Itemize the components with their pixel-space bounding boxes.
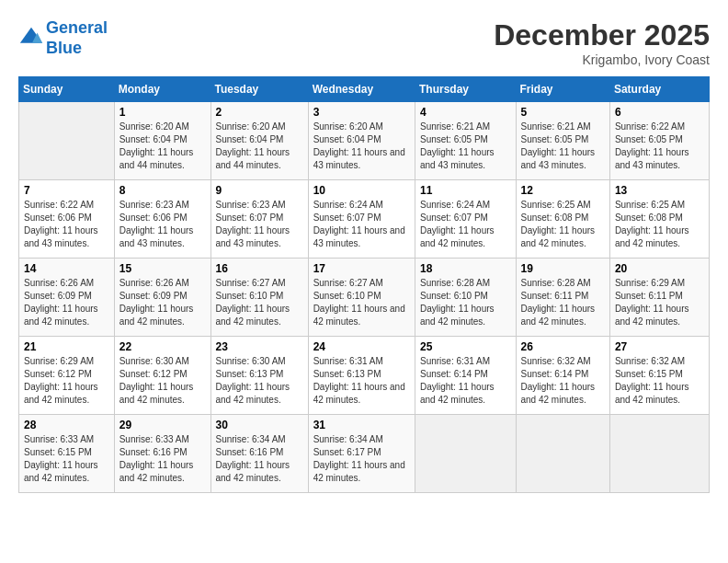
day-number: 17 [313, 262, 410, 275]
calendar-cell [19, 102, 115, 180]
calendar-cell: 31Sunrise: 6:34 AM Sunset: 6:17 PM Dayli… [308, 415, 415, 493]
title-block: December 2025 Krigambo, Ivory Coast [494, 18, 710, 67]
day-info: Sunrise: 6:25 AM Sunset: 6:08 PM Dayligh… [615, 199, 704, 250]
day-number: 2 [216, 106, 303, 119]
calendar-cell: 2Sunrise: 6:20 AM Sunset: 6:04 PM Daylig… [210, 102, 308, 180]
calendar-cell: 14Sunrise: 6:26 AM Sunset: 6:09 PM Dayli… [19, 259, 115, 337]
calendar-cell: 3Sunrise: 6:20 AM Sunset: 6:04 PM Daylig… [308, 102, 415, 180]
day-number: 8 [119, 184, 206, 197]
day-number: 16 [216, 262, 303, 275]
calendar-cell: 27Sunrise: 6:32 AM Sunset: 6:15 PM Dayli… [609, 337, 709, 415]
day-number: 31 [313, 419, 410, 431]
day-info: Sunrise: 6:32 AM Sunset: 6:14 PM Dayligh… [521, 355, 605, 407]
calendar-cell: 21Sunrise: 6:29 AM Sunset: 6:12 PM Dayli… [19, 337, 115, 415]
day-info: Sunrise: 6:22 AM Sunset: 6:06 PM Dayligh… [24, 199, 109, 250]
day-number: 19 [521, 262, 605, 275]
calendar-cell: 5Sunrise: 6:21 AM Sunset: 6:05 PM Daylig… [516, 102, 609, 180]
day-number: 3 [313, 106, 410, 119]
calendar-cell: 25Sunrise: 6:31 AM Sunset: 6:14 PM Dayli… [415, 337, 516, 415]
day-number: 28 [24, 419, 109, 431]
day-number: 18 [420, 262, 511, 275]
calendar-cell: 13Sunrise: 6:25 AM Sunset: 6:08 PM Dayli… [609, 180, 709, 259]
day-info: Sunrise: 6:27 AM Sunset: 6:10 PM Dayligh… [216, 277, 303, 328]
page-header: General Blue December 2025 Krigambo, Ivo… [18, 18, 710, 67]
calendar-cell: 16Sunrise: 6:27 AM Sunset: 6:10 PM Dayli… [210, 259, 308, 337]
calendar-header-row: SundayMondayTuesdayWednesdayThursdayFrid… [19, 77, 710, 102]
day-number: 21 [24, 340, 109, 353]
day-number: 15 [119, 262, 206, 275]
calendar-week-4: 21Sunrise: 6:29 AM Sunset: 6:12 PM Dayli… [19, 337, 710, 415]
day-info: Sunrise: 6:33 AM Sunset: 6:15 PM Dayligh… [24, 433, 109, 485]
column-header-wednesday: Wednesday [308, 77, 415, 102]
calendar-cell: 23Sunrise: 6:30 AM Sunset: 6:13 PM Dayli… [210, 337, 308, 415]
day-info: Sunrise: 6:21 AM Sunset: 6:05 PM Dayligh… [420, 121, 511, 172]
day-number: 24 [313, 340, 410, 353]
calendar-cell: 4Sunrise: 6:21 AM Sunset: 6:05 PM Daylig… [415, 102, 516, 180]
day-number: 22 [119, 340, 206, 353]
day-number: 13 [615, 184, 704, 197]
day-info: Sunrise: 6:34 AM Sunset: 6:16 PM Dayligh… [216, 433, 303, 485]
day-number: 12 [521, 184, 605, 197]
calendar-table: SundayMondayTuesdayWednesdayThursdayFrid… [18, 76, 710, 493]
day-info: Sunrise: 6:20 AM Sunset: 6:04 PM Dayligh… [119, 121, 206, 172]
day-info: Sunrise: 6:25 AM Sunset: 6:08 PM Dayligh… [521, 199, 605, 250]
day-info: Sunrise: 6:29 AM Sunset: 6:12 PM Dayligh… [24, 355, 109, 407]
day-info: Sunrise: 6:28 AM Sunset: 6:11 PM Dayligh… [521, 277, 605, 328]
calendar-week-2: 7Sunrise: 6:22 AM Sunset: 6:06 PM Daylig… [19, 180, 710, 259]
calendar-cell [609, 415, 709, 493]
day-info: Sunrise: 6:30 AM Sunset: 6:12 PM Dayligh… [119, 355, 206, 407]
location: Krigambo, Ivory Coast [494, 52, 710, 67]
calendar-cell: 11Sunrise: 6:24 AM Sunset: 6:07 PM Dayli… [415, 180, 516, 259]
day-info: Sunrise: 6:27 AM Sunset: 6:10 PM Dayligh… [313, 277, 410, 328]
day-info: Sunrise: 6:24 AM Sunset: 6:07 PM Dayligh… [420, 199, 511, 250]
column-header-friday: Friday [516, 77, 609, 102]
day-number: 20 [615, 262, 704, 275]
day-info: Sunrise: 6:24 AM Sunset: 6:07 PM Dayligh… [313, 199, 410, 250]
day-number: 30 [216, 419, 303, 431]
day-number: 29 [119, 419, 206, 431]
day-info: Sunrise: 6:23 AM Sunset: 6:06 PM Dayligh… [119, 199, 206, 250]
calendar-cell: 15Sunrise: 6:26 AM Sunset: 6:09 PM Dayli… [114, 259, 210, 337]
day-info: Sunrise: 6:30 AM Sunset: 6:13 PM Dayligh… [216, 355, 303, 407]
calendar-cell: 30Sunrise: 6:34 AM Sunset: 6:16 PM Dayli… [210, 415, 308, 493]
day-number: 11 [420, 184, 511, 197]
day-number: 23 [216, 340, 303, 353]
calendar-cell [415, 415, 516, 493]
calendar-cell: 28Sunrise: 6:33 AM Sunset: 6:15 PM Dayli… [19, 415, 115, 493]
day-info: Sunrise: 6:26 AM Sunset: 6:09 PM Dayligh… [119, 277, 206, 328]
calendar-cell: 17Sunrise: 6:27 AM Sunset: 6:10 PM Dayli… [308, 259, 415, 337]
calendar-cell [516, 415, 609, 493]
day-number: 5 [521, 106, 605, 119]
calendar-cell: 19Sunrise: 6:28 AM Sunset: 6:11 PM Dayli… [516, 259, 609, 337]
calendar-cell: 9Sunrise: 6:23 AM Sunset: 6:07 PM Daylig… [210, 180, 308, 259]
day-info: Sunrise: 6:31 AM Sunset: 6:14 PM Dayligh… [420, 355, 511, 407]
logo-text: General Blue [46, 18, 108, 58]
calendar-cell: 20Sunrise: 6:29 AM Sunset: 6:11 PM Dayli… [609, 259, 709, 337]
logo: General Blue [18, 18, 108, 58]
day-info: Sunrise: 6:29 AM Sunset: 6:11 PM Dayligh… [615, 277, 704, 328]
column-header-sunday: Sunday [19, 77, 115, 102]
column-header-thursday: Thursday [415, 77, 516, 102]
day-number: 7 [24, 184, 109, 197]
day-number: 26 [521, 340, 605, 353]
day-info: Sunrise: 6:33 AM Sunset: 6:16 PM Dayligh… [119, 433, 206, 485]
day-number: 1 [119, 106, 206, 119]
day-number: 10 [313, 184, 410, 197]
calendar-cell: 24Sunrise: 6:31 AM Sunset: 6:13 PM Dayli… [308, 337, 415, 415]
day-number: 25 [420, 340, 511, 353]
month-title: December 2025 [494, 18, 710, 52]
logo-icon [18, 26, 44, 52]
day-info: Sunrise: 6:31 AM Sunset: 6:13 PM Dayligh… [313, 355, 410, 407]
calendar-week-5: 28Sunrise: 6:33 AM Sunset: 6:15 PM Dayli… [19, 415, 710, 493]
calendar-cell: 1Sunrise: 6:20 AM Sunset: 6:04 PM Daylig… [114, 102, 210, 180]
calendar-week-3: 14Sunrise: 6:26 AM Sunset: 6:09 PM Dayli… [19, 259, 710, 337]
calendar-cell: 8Sunrise: 6:23 AM Sunset: 6:06 PM Daylig… [114, 180, 210, 259]
calendar-cell: 10Sunrise: 6:24 AM Sunset: 6:07 PM Dayli… [308, 180, 415, 259]
day-info: Sunrise: 6:32 AM Sunset: 6:15 PM Dayligh… [615, 355, 704, 407]
column-header-monday: Monday [114, 77, 210, 102]
calendar-cell: 26Sunrise: 6:32 AM Sunset: 6:14 PM Dayli… [516, 337, 609, 415]
column-header-tuesday: Tuesday [210, 77, 308, 102]
day-info: Sunrise: 6:26 AM Sunset: 6:09 PM Dayligh… [24, 277, 109, 328]
calendar-cell: 7Sunrise: 6:22 AM Sunset: 6:06 PM Daylig… [19, 180, 115, 259]
day-number: 27 [615, 340, 704, 353]
